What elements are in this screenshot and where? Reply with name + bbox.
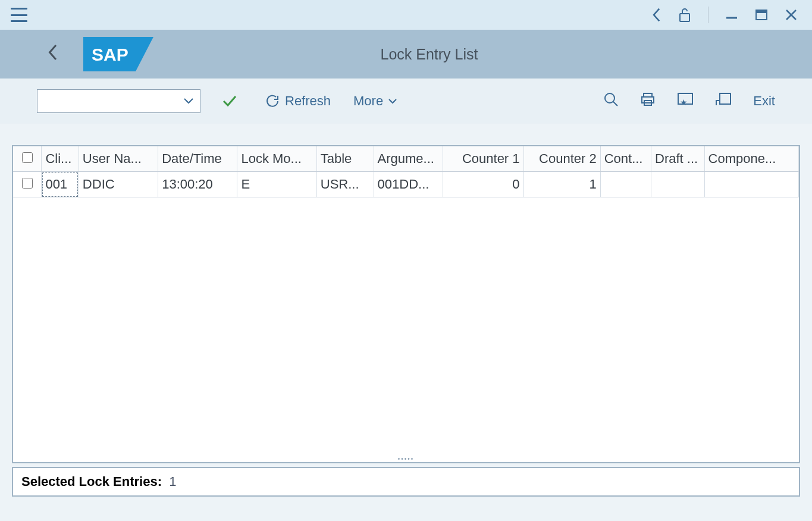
refresh-button[interactable]: Refresh [259,90,337,112]
refresh-label: Refresh [285,93,331,109]
page-title: Lock Entry List [46,46,812,63]
shortcut-icon[interactable] [715,92,732,110]
cell-argument[interactable]: 001DD... [374,172,443,197]
col-client[interactable]: Cli... [42,146,79,172]
main-content: Cli... User Na... Date/Time Lock Mo... T… [0,124,812,521]
col-argument[interactable]: Argume... [374,146,443,172]
col-draft[interactable]: Draft ... [651,146,705,172]
cell-user[interactable]: DDIC [79,172,158,197]
new-window-icon[interactable]: ★ [677,92,694,110]
cell-counter1[interactable]: 0 [443,172,523,197]
cell-context[interactable] [600,172,651,197]
resize-handle[interactable]: ••••• [398,456,415,462]
table-header-row: Cli... User Na... Date/Time Lock Mo... T… [13,146,799,172]
select-all-checkbox[interactable] [22,152,33,163]
menu-icon[interactable] [11,8,27,22]
exit-button[interactable]: Exit [753,93,775,109]
refresh-icon [265,93,280,109]
more-label: More [353,93,383,109]
cell-table[interactable]: USR... [316,172,374,197]
svg-text:★: ★ [680,98,688,106]
title-bar: SAP Lock Entry List [0,30,812,79]
window-controls [651,7,798,23]
maximize-icon[interactable] [755,8,768,21]
command-input[interactable] [37,89,200,113]
more-button[interactable]: More [347,90,403,112]
col-component[interactable]: Compone... [704,146,798,172]
cell-draft[interactable] [651,172,705,197]
row-select[interactable] [13,172,42,197]
svg-rect-3 [756,10,767,13]
divider [708,7,708,23]
cell-datetime[interactable]: 13:00:20 [158,172,237,197]
svg-point-8 [605,93,615,103]
chevron-down-icon [388,98,397,105]
back-button[interactable] [46,43,58,65]
table-row[interactable]: 001 DDIC 13:00:20 E USR... 001DD... 0 1 [13,172,799,197]
toolbar-right: ★ Exit [603,92,775,111]
status-label: Selected Lock Entries: [21,474,162,489]
cell-counter2[interactable]: 1 [523,172,600,197]
print-icon[interactable] [640,92,656,111]
svg-rect-0 [680,14,689,21]
chevron-down-icon[interactable] [183,95,194,108]
select-all-header[interactable] [13,146,42,172]
lock-table: Cli... User Na... Date/Time Lock Mo... T… [13,146,799,197]
col-user[interactable]: User Na... [79,146,158,172]
col-counter1[interactable]: Counter 1 [443,146,523,172]
lock-table-container: Cli... User Na... Date/Time Lock Mo... T… [12,145,800,463]
svg-text:SAP: SAP [92,45,128,64]
cell-client[interactable]: 001 [42,172,79,197]
col-datetime[interactable]: Date/Time [158,146,237,172]
cell-lockmode[interactable]: E [237,172,316,197]
toolbar: Refresh More ★ Exit [0,79,812,124]
row-checkbox[interactable] [22,178,33,189]
confirm-button[interactable] [211,91,248,111]
window-bar [0,0,812,30]
unlock-icon[interactable] [678,7,691,23]
cell-component[interactable] [704,172,798,197]
search-icon[interactable] [603,92,619,111]
col-table[interactable]: Table [316,146,374,172]
col-lockmode[interactable]: Lock Mo... [237,146,316,172]
col-counter2[interactable]: Counter 2 [523,146,600,172]
minimize-icon[interactable] [725,8,738,21]
svg-line-9 [613,102,617,106]
status-bar: Selected Lock Entries: 1 [12,467,800,497]
status-value: 1 [169,474,176,489]
close-icon[interactable] [785,8,798,21]
chevron-left-icon[interactable] [651,7,661,23]
sap-logo: SAP [83,37,153,71]
col-context[interactable]: Cont... [600,146,651,172]
svg-rect-15 [720,93,731,104]
